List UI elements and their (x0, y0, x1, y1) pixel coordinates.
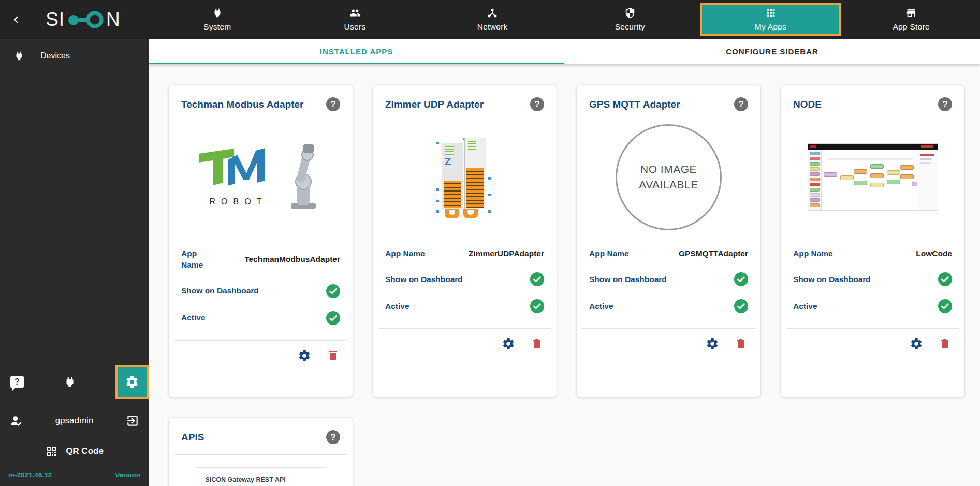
active-row: Active (385, 299, 544, 313)
app-name-label: App Name (793, 248, 833, 259)
nav-item-network[interactable]: Network (423, 0, 561, 39)
plug-icon (13, 50, 25, 62)
logout-button[interactable] (126, 414, 139, 428)
active-row: Active (793, 299, 952, 313)
no-image-placeholder: NO IMAGE AVAILABLE (616, 124, 722, 230)
help-circle-icon[interactable]: ? (734, 97, 748, 111)
check-circle-icon (938, 299, 952, 313)
tab-configure-sidebar[interactable]: CONFIGURE SIDEBAR (564, 39, 980, 64)
trash-icon (735, 337, 747, 350)
version-label: Version (115, 471, 140, 479)
cards-row-1: Techman Modbus Adapter ? ROBOT (169, 85, 964, 397)
qr-code-button[interactable]: QR Code (0, 437, 149, 465)
sidebar-item-label: Devices (40, 51, 70, 61)
card-footer (169, 341, 353, 363)
tab-installed-apps[interactable]: INSTALLED APPS (149, 39, 564, 64)
app-name-row: App Name TechmanModbusAdapter (181, 248, 340, 271)
help-circle-icon[interactable]: ? (530, 97, 544, 111)
back-button[interactable] (7, 11, 25, 28)
card-settings-button[interactable] (706, 337, 719, 350)
nav-item-security[interactable]: Security (561, 0, 699, 39)
store-icon (905, 7, 917, 19)
nav-item-system[interactable]: System (149, 0, 286, 39)
show-on-dashboard-label: Show on Dashboard (181, 285, 259, 297)
check-circle-icon (938, 272, 952, 286)
help-icon: ? (10, 376, 24, 388)
network-icon (487, 7, 498, 19)
trash-icon (531, 337, 543, 350)
no-image-text: NO IMAGE (640, 163, 697, 175)
tm-robot-image: ROBOT (198, 143, 324, 211)
card-delete-button[interactable] (939, 337, 951, 350)
nav-item-my-apps[interactable]: My Apps (700, 3, 842, 36)
show-on-dashboard-label: Show on Dashboard (793, 274, 871, 285)
active-row: Active (589, 299, 748, 313)
app-card: Techman Modbus Adapter ? ROBOT (169, 85, 353, 397)
show-on-dashboard-row: Show on Dashboard (589, 272, 748, 286)
app-name-row: App Name ZimmerUDPAdapter (385, 248, 544, 259)
check-circle-icon (734, 272, 748, 286)
app-name-row: App Name GPSMQTTAdapter (589, 248, 748, 259)
check-circle-icon (530, 299, 544, 313)
card-settings-button[interactable] (298, 349, 311, 362)
tab-bar: INSTALLED APPS CONFIGURE SIDEBAR (149, 39, 980, 64)
app-name-row: App Name LowCode (793, 248, 952, 259)
app-name-value: GPSMQTTAdapter (679, 249, 748, 258)
logout-icon (126, 414, 139, 428)
app-card: APIS ? SICON Gateway REST API (169, 418, 353, 486)
card-fields: App Name GPSMQTTAdapter Show on Dashboar… (577, 232, 760, 328)
active-label: Active (385, 301, 409, 312)
app-name-label: App Name (589, 248, 629, 259)
help-circle-icon[interactable]: ? (938, 97, 952, 111)
nav-label: App Store (893, 22, 930, 32)
trash-icon (327, 349, 339, 362)
card-delete-button[interactable] (531, 337, 543, 350)
nav-label: Security (615, 22, 645, 32)
qr-code-icon (45, 445, 57, 458)
usb-plug-icon (63, 375, 77, 389)
nav-item-users[interactable]: Users (286, 0, 424, 39)
card-image: Z (378, 122, 551, 232)
trash-icon (939, 337, 951, 350)
nav-item-app-store[interactable]: App Store (842, 0, 980, 39)
api-doc-title: SICON Gateway REST API (206, 476, 316, 483)
active-label: Active (589, 301, 613, 312)
card-title: NODE (793, 99, 822, 110)
qr-code-label: QR Code (66, 446, 104, 456)
user-row: gpsadmin (0, 405, 149, 437)
card-title: Zimmer UDP Adapter (385, 99, 484, 110)
logo-text-left: SI (46, 9, 65, 31)
check-circle-icon (530, 272, 544, 286)
nav-label: Users (344, 22, 366, 32)
help-circle-icon[interactable]: ? (326, 430, 340, 444)
robot-arm-image (283, 143, 324, 211)
app-name-value: ZimmerUDPAdapter (469, 249, 544, 258)
usb-button[interactable] (63, 375, 77, 389)
sidebar-item-devices[interactable]: Devices (0, 39, 149, 73)
api-doc-image: SICON Gateway REST API (196, 467, 326, 486)
card-settings-button[interactable] (502, 337, 515, 350)
card-delete-button[interactable] (327, 349, 339, 362)
zimmer-module-image: Z (436, 136, 493, 218)
check-circle-icon (734, 299, 748, 313)
tm-robot-word: ROBOT (198, 197, 275, 207)
active-row: Active (181, 311, 340, 325)
show-on-dashboard-row: Show on Dashboard (793, 272, 952, 286)
top-navigation: System Users Network Security (149, 0, 980, 39)
logo-co-glyph (66, 10, 105, 29)
settings-button[interactable] (115, 365, 149, 399)
card-delete-button[interactable] (735, 337, 747, 350)
help-circle-icon[interactable]: ? (326, 97, 340, 111)
app-card: NODE ? App (781, 85, 964, 397)
gear-icon (125, 375, 139, 389)
sicon-logo: SI N (25, 9, 141, 31)
main-area: System Users Network Security (149, 0, 980, 486)
gear-icon (502, 337, 515, 350)
username-label: gpsadmin (23, 416, 126, 426)
card-footer (577, 329, 760, 351)
nav-label: Network (477, 22, 508, 32)
sidebar-bottom: ? (0, 359, 149, 486)
help-button[interactable]: ? (10, 376, 24, 388)
card-settings-button[interactable] (910, 337, 923, 350)
logo-text-right: N (106, 9, 121, 31)
